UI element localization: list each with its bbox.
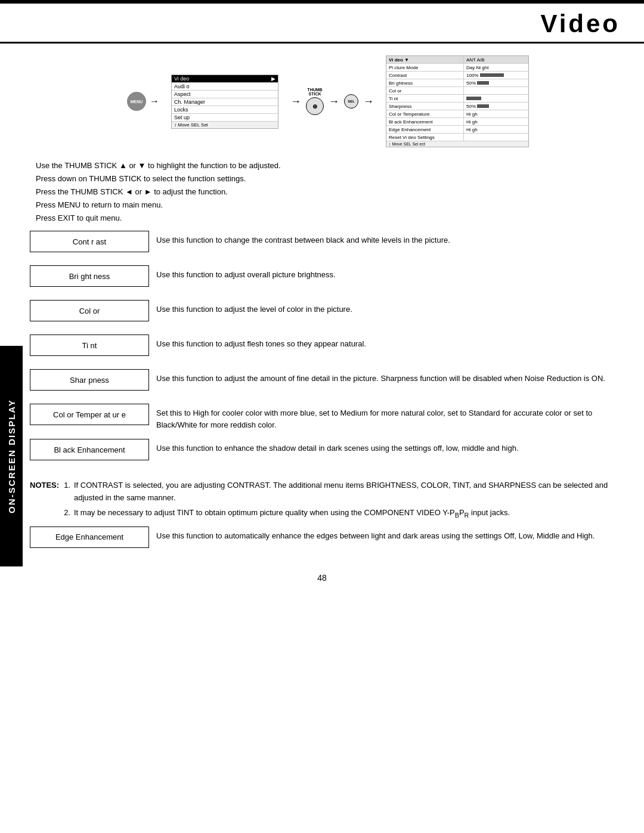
menu2-row-contrast: Contrast 100% <box>386 72 528 79</box>
sidebar-label: ON-SCREEN DISPLAY <box>0 346 23 566</box>
function-row-black-enhance: Bl ack Enhancement Use this function to … <box>30 439 620 469</box>
menu-box-1: Vi deo▶ Audi o Aspect Ch. Manager Locks … <box>171 75 278 129</box>
notes-title: NOTES: <box>30 479 59 521</box>
menu2-row-picture-mode: Pi cture Mode Day Ni ght <box>386 64 528 72</box>
note-1: 1. If CONTRAST is selected, you are adju… <box>64 479 608 504</box>
page-number: 48 <box>0 561 644 594</box>
select-icon: SEL <box>344 94 358 109</box>
function-label-edge-enhance: Edge Enhancement <box>30 527 149 548</box>
menu-item-ch-manager: Ch. Manager <box>172 98 278 106</box>
menu2-row-reset: Reset Vi deo Settings <box>386 134 528 141</box>
thumb-stick-icon: ⊕ <box>306 97 324 115</box>
function-label-black-enhance: Bl ack Enhancement <box>30 439 149 460</box>
instructions-block: Use the THUMB STICK ▲ or ▼ to highlight … <box>0 153 644 231</box>
arrow-4: → <box>363 95 374 108</box>
function-row-color: Col or Use this function to adjust the l… <box>30 300 620 330</box>
arrow-3: → <box>329 95 339 108</box>
function-label-contrast: Cont r ast <box>30 231 149 252</box>
menu2-header: Vi deo ▼ ANT A/B <box>386 56 528 64</box>
function-desc-color: Use this function to adjust the level of… <box>149 300 620 319</box>
menu2-row-black-enhance: Bl ack Enhancement Hi gh <box>386 118 528 126</box>
function-label-color-temp: Col or Temper at ur e <box>30 404 149 425</box>
menu2-row-color-temp: Col or Temperature Hi gh <box>386 110 528 118</box>
function-label-color: Col or <box>30 300 149 321</box>
function-desc-tint: Use this function to adjust flesh tones … <box>149 335 620 354</box>
notes-section: NOTES: 1. If CONTRAST is selected, you a… <box>0 473 644 527</box>
function-desc-sharpness: Use this function to adjust the amount o… <box>149 369 620 388</box>
page-title: Video <box>24 10 620 38</box>
menu2-row-brightness: Bri ghtness 50% <box>386 79 528 87</box>
arrow-1: → <box>150 96 159 107</box>
function-desc-contrast: Use this function to change the contrast… <box>149 231 620 250</box>
title-bar: Video <box>0 4 644 44</box>
function-row-edge-enhance: Edge Enhancement Use this function to au… <box>30 527 620 556</box>
select-container: SEL <box>344 94 358 109</box>
function-label-tint: Ti nt <box>30 335 149 356</box>
instruction-1: Use the THUMB STICK ▲ or ▼ to highlight … <box>36 159 608 172</box>
menu2-row-edge-enhance: Edge Enhancement Hi gh <box>386 126 528 134</box>
menu-item-locks: Locks <box>172 106 278 114</box>
menu-box-2: Vi deo ▼ ANT A/B Pi cture Mode Day Ni gh… <box>386 55 529 147</box>
menu2-footer: ↕ Move SEL Sel ect <box>386 141 528 147</box>
function-section: Cont r ast Use this function to change t… <box>0 231 644 469</box>
arrow-2: → <box>290 95 301 108</box>
instruction-2: Press down on THUMB STICK to select the … <box>36 172 608 185</box>
function-row-sharpness: Shar pness Use this function to adjust t… <box>30 369 620 399</box>
function-row-tint: Ti nt Use this function to adjust flesh … <box>30 335 620 364</box>
arrow-steps: → THUMBSTICK ⊕ → SEL → <box>290 88 374 115</box>
instruction-5: Press EXIT to quit menu. <box>36 212 608 225</box>
function-label-brightness: Bri ght ness <box>30 265 149 287</box>
instruction-3: Press the THUMB STICK ◄ or ► to adjust t… <box>36 185 608 199</box>
menu-item-video: Vi deo▶ <box>172 75 278 83</box>
menu-icon: MENU <box>131 100 143 104</box>
menu-item-audio: Audi o <box>172 83 278 91</box>
function-label-sharpness: Shar pness <box>30 369 149 391</box>
function-desc-brightness: Use this function to adjust overall pict… <box>149 265 620 284</box>
menu2-row-tint: Ti nt <box>386 95 528 103</box>
notes-block: NOTES: 1. If CONTRAST is selected, you a… <box>30 479 608 521</box>
thumb-stick-container: THUMBSTICK ⊕ <box>306 88 324 115</box>
diagram-area: MENU → Vi deo▶ Audi o Aspect Ch. Manager… <box>0 44 644 153</box>
notes-content: 1. If CONTRAST is selected, you are adju… <box>64 479 608 521</box>
thumb-label: THUMBSTICK <box>307 88 322 96</box>
note-2: 2. It may be necessary to adjust TINT to… <box>64 507 608 521</box>
function-desc-edge-enhance: Use this function to automatically enhan… <box>149 527 620 546</box>
menu-footer-1: ↕ Move SEL Sel <box>172 122 278 128</box>
function-row-brightness: Bri ght ness Use this function to adjust… <box>30 265 620 295</box>
menu-item-setup: Set up <box>172 114 278 122</box>
menu2-row-color: Col or <box>386 87 528 95</box>
menu-item-aspect: Aspect <box>172 91 278 98</box>
function-desc-color-temp: Set this to High for cooler color with m… <box>149 404 620 434</box>
instruction-4: Press MENU to return to main menu. <box>36 199 608 212</box>
function-row-color-temp: Col or Temper at ur e Set this to High f… <box>30 404 620 434</box>
function-desc-black-enhance: Use this function to enhance the shadow … <box>149 439 620 458</box>
function-row-contrast: Cont r ast Use this function to change t… <box>30 231 620 261</box>
edge-enhancement-section: Edge Enhancement Use this function to au… <box>0 527 644 556</box>
menu2-row-sharpness: Sharpness 50% <box>386 103 528 110</box>
